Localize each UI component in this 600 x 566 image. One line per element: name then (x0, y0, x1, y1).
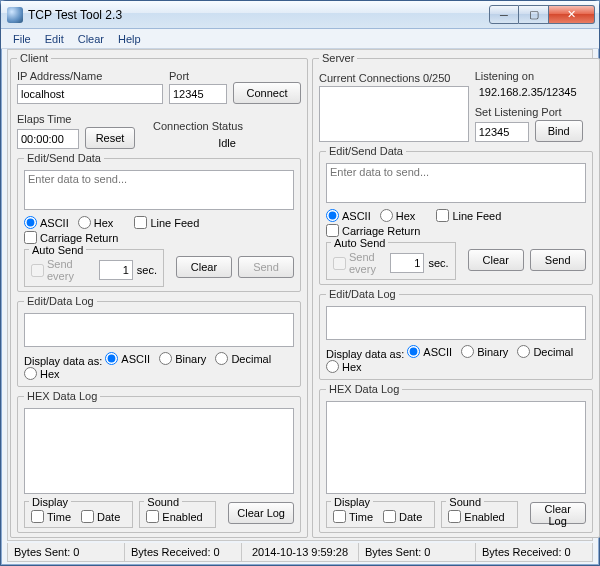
server-clearlog-button[interactable]: Clear Log (530, 502, 586, 524)
client-hexlog-list[interactable] (24, 408, 294, 494)
listening-value: 192.168.2.35/12345 (475, 84, 593, 104)
client-cr-check[interactable] (24, 231, 37, 244)
server-autosend-value[interactable] (390, 253, 424, 273)
client-ascii-radio[interactable] (24, 216, 37, 229)
connect-button[interactable]: Connect (233, 82, 301, 104)
server-panel: Server Current Connections 0/250 Listeni… (312, 52, 600, 538)
client-display-group: Display Time Date (24, 501, 133, 528)
server-disp-decimal[interactable] (517, 345, 530, 358)
client-clear-send-button[interactable]: Clear (176, 256, 232, 278)
client-send-textarea[interactable] (24, 170, 294, 210)
conn-status-label: Connection Status (153, 120, 301, 132)
menu-help[interactable]: Help (112, 31, 147, 47)
client-datalog-list[interactable] (24, 313, 294, 347)
status-bytes-recv-right: Bytes Received: 0 (475, 543, 592, 561)
client-sound-group: Sound Enabled (139, 501, 215, 528)
connections-list[interactable] (319, 86, 469, 142)
bind-button[interactable]: Bind (535, 120, 583, 142)
client-edit-send: Edit/Send Data ASCII Hex Line Feed Carri… (17, 152, 301, 292)
set-port-input[interactable] (475, 122, 529, 142)
server-display-group: Display Time Date (326, 501, 435, 528)
server-clear-send-button[interactable]: Clear (468, 249, 524, 271)
server-sound-group: Sound Enabled (441, 501, 517, 528)
server-ascii-radio[interactable] (326, 209, 339, 222)
app-icon (7, 7, 23, 23)
reset-button[interactable]: Reset (85, 127, 135, 149)
server-cr-check[interactable] (326, 224, 339, 237)
elapsed-display (17, 129, 79, 149)
server-disp-binary[interactable] (461, 345, 474, 358)
server-hexlog-list[interactable] (326, 401, 586, 494)
server-legend: Server (319, 52, 357, 64)
port-input[interactable] (169, 84, 227, 104)
listening-label: Listening on (475, 70, 593, 82)
port-label: Port (169, 70, 227, 82)
menu-clear[interactable]: Clear (72, 31, 110, 47)
client-disp-decimal[interactable] (215, 352, 228, 365)
server-edit-send: Edit/Send Data ASCII Hex Line Feed Carri… (319, 145, 593, 285)
menu-edit[interactable]: Edit (39, 31, 70, 47)
client-sendevery-check (31, 264, 44, 277)
content-area: Client IP Address/Name Port Connect Elap… (7, 49, 593, 541)
server-autosend-group: Auto Send Send every sec. (326, 242, 456, 280)
statusbar: Bytes Sent: 0 Bytes Received: 0 2014-10-… (7, 543, 593, 562)
client-time-check[interactable] (31, 510, 44, 523)
client-panel: Client IP Address/Name Port Connect Elap… (10, 52, 308, 538)
server-lf-check[interactable] (436, 209, 449, 222)
server-date-check[interactable] (383, 510, 396, 523)
app-window: TCP Test Tool 2.3 ─ ▢ ✕ File Edit Clear … (0, 0, 600, 566)
client-legend: Client (17, 52, 51, 64)
close-button[interactable]: ✕ (549, 5, 595, 24)
maximize-button[interactable]: ▢ (519, 5, 549, 24)
status-timestamp: 2014-10-13 9:59:28 (241, 543, 358, 561)
server-time-check[interactable] (333, 510, 346, 523)
status-bytes-recv-left: Bytes Received: 0 (124, 543, 241, 561)
client-date-check[interactable] (81, 510, 94, 523)
window-title: TCP Test Tool 2.3 (28, 8, 489, 22)
minimize-button[interactable]: ─ (489, 5, 519, 24)
client-sound-check[interactable] (146, 510, 159, 523)
server-send-textarea[interactable] (326, 163, 586, 203)
server-sound-check[interactable] (448, 510, 461, 523)
client-clearlog-button[interactable]: Clear Log (228, 502, 294, 524)
server-hex-log: HEX Data Log Display Time Date Sound Ena… (319, 383, 593, 533)
menubar: File Edit Clear Help (1, 29, 599, 49)
server-data-log: Edit/Data Log Display data as: ASCII Bin… (319, 288, 593, 380)
status-bytes-sent-right: Bytes Sent: 0 (358, 543, 475, 561)
server-datalog-list[interactable] (326, 306, 586, 340)
server-sendevery-check (333, 257, 346, 270)
server-send-button[interactable]: Send (530, 249, 586, 271)
server-disp-hex[interactable] (326, 360, 339, 373)
client-autosend-group: Auto Send Send every sec. (24, 249, 164, 287)
server-disp-ascii[interactable] (407, 345, 420, 358)
titlebar[interactable]: TCP Test Tool 2.3 ─ ▢ ✕ (1, 1, 599, 29)
curr-conn-label: Current Connections 0/250 (319, 72, 469, 84)
client-disp-binary[interactable] (159, 352, 172, 365)
elapsed-label: Elaps Time (17, 113, 147, 125)
status-bytes-sent-left: Bytes Sent: 0 (8, 543, 124, 561)
client-data-log: Edit/Data Log Display data as: ASCII Bin… (17, 295, 301, 387)
client-hex-log: HEX Data Log Display Time Date Sound Ena… (17, 390, 301, 533)
menu-file[interactable]: File (7, 31, 37, 47)
server-hex-radio[interactable] (380, 209, 393, 222)
set-port-label: Set Listening Port (475, 106, 593, 118)
conn-status-value: Idle (153, 134, 301, 149)
client-disp-hex[interactable] (24, 367, 37, 380)
ip-input[interactable] (17, 84, 163, 104)
ip-label: IP Address/Name (17, 70, 163, 82)
client-send-button: Send (238, 256, 294, 278)
client-hex-radio[interactable] (78, 216, 91, 229)
client-disp-ascii[interactable] (105, 352, 118, 365)
client-lf-check[interactable] (134, 216, 147, 229)
client-autosend-value[interactable] (99, 260, 133, 280)
